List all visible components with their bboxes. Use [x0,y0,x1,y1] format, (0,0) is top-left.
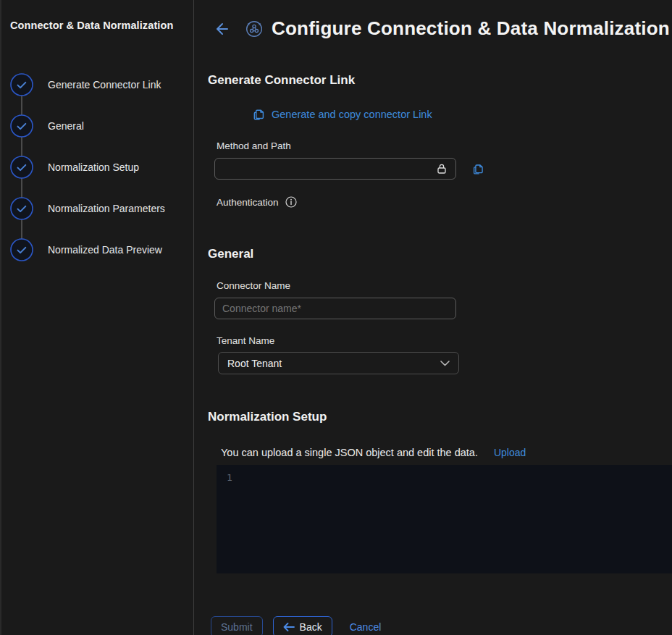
page-header: Configure Connection & Data Normalizatio… [208,17,672,40]
check-circle-icon [10,238,33,261]
arrow-left-icon [283,623,295,631]
editor-line-number: 1 [227,472,232,483]
wizard-stepper: Generate Connector Link General Normaliz… [10,64,185,270]
step-label: Normalization Setup [48,161,139,173]
step-label: Generate Connector Link [48,79,161,91]
main-content: Configure Connection & Data Normalizatio… [194,0,672,635]
connector-name-label: Connector Name [217,280,672,291]
cancel-link[interactable]: Cancel [350,621,382,633]
section-title-normalization: Normalization Setup [208,410,672,424]
submit-label: Submit [221,621,253,633]
connector-name-input[interactable] [214,298,456,319]
step-generate-connector-link[interactable]: Generate Connector Link [10,64,185,105]
method-and-path-row [208,158,672,180]
section-general: General Connector Name Tenant Name Root … [208,247,672,374]
sidebar-title: Connector & Data Normalization [10,20,185,31]
step-label: General [48,120,84,132]
footer-actions: Submit Back Cancel [211,616,672,635]
upload-hint-text: You can upload a single JSON object and … [221,447,478,458]
step-normalization-parameters[interactable]: Normalization Parameters [10,188,185,229]
back-label: Back [300,621,322,633]
method-and-path-label: Method and Path [217,140,672,151]
step-general[interactable]: General [10,105,185,146]
section-generate-connector-link: Generate Connector Link Generate and cop… [208,73,672,208]
check-circle-icon [10,156,33,179]
check-circle-icon [10,114,33,138]
check-circle-icon [10,73,33,96]
back-arrow-icon[interactable] [213,20,230,38]
json-editor[interactable]: 1 [217,465,672,573]
generate-copy-link-button[interactable]: Generate and copy connector Link [253,108,672,121]
tenant-name-select[interactable]: Root Tenant [218,352,459,374]
check-circle-icon [10,197,33,220]
section-title-general: General [208,247,672,261]
authentication-label: Authentication [217,197,279,208]
submit-button[interactable]: Submit [211,616,263,635]
section-title-generate: Generate Connector Link [208,73,672,88]
chevron-down-icon [440,361,450,366]
step-normalized-data-preview[interactable]: Normalized Data Preview [10,229,185,270]
section-normalization-setup: Normalization Setup You can upload a sin… [208,410,672,573]
wizard-sidebar: Connector & Data Normalization Generate … [0,0,194,635]
copy-method-path-icon[interactable] [472,163,484,175]
connector-network-icon [245,20,264,38]
generate-copy-link-label: Generate and copy connector Link [272,109,432,120]
tenant-name-value: Root Tenant [227,358,282,369]
step-label: Normalization Parameters [48,203,165,214]
step-label: Normalized Data Preview [48,244,162,256]
authentication-row: Authentication [217,196,672,208]
page-title: Configure Connection & Data Normalizatio… [272,17,670,40]
upload-row: You can upload a single JSON object and … [221,447,672,458]
tenant-name-label: Tenant Name [217,335,672,346]
method-and-path-input[interactable] [214,158,456,180]
upload-link[interactable]: Upload [494,447,526,458]
info-icon[interactable] [285,196,297,208]
step-normalization-setup[interactable]: Normalization Setup [10,146,185,188]
copy-icon [253,108,265,121]
back-button[interactable]: Back [273,616,332,635]
